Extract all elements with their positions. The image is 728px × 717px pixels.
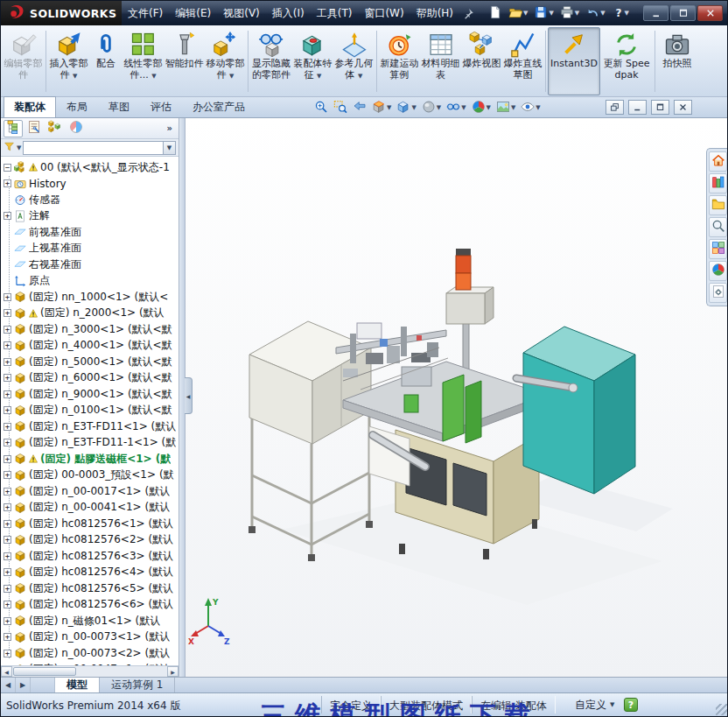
tree-expander[interactable]: + [4, 390, 11, 398]
tree-item[interactable]: +(固定) n_4000<1> (默认<默 [1, 338, 178, 355]
menu-item-2[interactable]: 视图(V) [217, 3, 266, 25]
panel-expand-button[interactable]: » [164, 123, 176, 133]
tree-item[interactable]: +(固定) hc0812576<4> (默认 [1, 565, 178, 581]
tree-expander[interactable]: − [4, 164, 11, 172]
scroll-thumb[interactable] [13, 667, 76, 676]
tree-expander[interactable]: + [4, 423, 11, 431]
help-area[interactable]: ? ▼ [616, 7, 629, 19]
scroll-left-arrow[interactable]: ◀ [1, 666, 12, 677]
tree-expander[interactable]: + [4, 601, 11, 608]
hide-show-items-button[interactable]: ▼ [444, 99, 467, 116]
ribbon-move-component-button[interactable]: 移动零部件 ▼ [205, 27, 246, 95]
taskpane-design-library-button[interactable] [709, 173, 727, 193]
tree-expander[interactable]: + [4, 536, 11, 544]
tree-item[interactable]: +(固定) n_6000<1> (默认<默 [1, 370, 178, 387]
tree-expander[interactable]: + [4, 617, 11, 625]
tree-item[interactable]: +History [1, 176, 178, 193]
tree-expander[interactable]: + [4, 406, 11, 414]
doc-win-close-button[interactable] [674, 100, 692, 115]
tree-item[interactable]: +(固定) 00-0003_預設<1> (默 [1, 467, 178, 484]
taskpane-file-explorer-button[interactable] [709, 195, 727, 215]
tree-expander[interactable]: + [4, 212, 11, 220]
ribbon-linear-pattern-button[interactable]: 线性零部件... ▼ [122, 27, 164, 95]
tree-expander[interactable]: + [4, 341, 11, 349]
tree-root-item[interactable]: −00 (默认<默认_显示状态-1 [1, 159, 178, 176]
panel-tab-property-manager[interactable] [24, 120, 44, 137]
ribbon-instant3d-button[interactable]: Instant3D [548, 27, 600, 95]
ribbon-exploded-view-button[interactable]: 爆炸视图 [461, 27, 502, 95]
tree-item[interactable]: +(固定) n_3000<1> (默认<默 [1, 321, 178, 338]
menu-item-6[interactable]: 帮助(H) [410, 3, 459, 25]
combo-dropdown-arrow[interactable]: ▼ [163, 142, 175, 154]
custom-status-dropdown[interactable]: 自定义 ▼ [570, 696, 620, 713]
tree-item[interactable]: +(固定) n_E3T-FD11-1<1> (默 [1, 435, 178, 452]
tree-expander[interactable]: + [4, 471, 11, 479]
tree-expander[interactable]: + [4, 358, 11, 366]
tree-item[interactable]: +(固定) 點膠送磁框<1> (默 [1, 451, 178, 467]
taskpane-custom-properties-button[interactable] [709, 283, 727, 303]
ribbon-insert-component-button[interactable]: 插入零部件 ▼ [48, 27, 89, 95]
print-document-button[interactable]: ▼ [558, 4, 581, 23]
view-settings-button[interactable]: ▼ [519, 99, 542, 116]
ribbon-smart-fasteners-button[interactable]: 智能扣件 [164, 27, 205, 95]
ribbon-explode-sketch-button[interactable]: 爆炸直线草图 [502, 27, 543, 95]
doc-tab-0[interactable]: 模型 [55, 678, 100, 692]
tree-item[interactable]: +(固定) n_5000<1> (默认<默 [1, 354, 178, 370]
tree-item[interactable]: +(固定) n_E3T-FD11<1> (默认 [1, 418, 178, 435]
filter-funnel-button[interactable]: ▼ [4, 141, 21, 155]
doc-win-maximize-button[interactable] [651, 100, 669, 115]
zoom-fit-button[interactable] [312, 99, 330, 116]
apply-scene-button[interactable]: ▼ [494, 99, 517, 116]
doc-tab-1[interactable]: 运动算例 1 [100, 678, 175, 692]
previous-view-button[interactable] [351, 99, 368, 116]
tab-2[interactable]: 草图 [98, 96, 140, 117]
menu-item-4[interactable]: 工具(T) [311, 3, 359, 25]
tree-expander[interactable]: + [4, 326, 11, 334]
tree-item[interactable]: +(固定) n_0100<1> (默认<默 [1, 403, 178, 419]
graphics-area[interactable]: Y X Z [186, 118, 728, 677]
tab-scroll-right-button[interactable]: ▶ [16, 678, 31, 692]
panel-tab-display-manager[interactable] [66, 120, 86, 137]
panel-tab-feature-manager[interactable] [4, 120, 23, 137]
taskpane-solidworks-resources-home-button[interactable] [709, 151, 727, 172]
doc-win-restore-button[interactable] [606, 100, 624, 115]
tree-item[interactable]: +(固定) nn_1000<1> (默认< [1, 289, 178, 306]
panel-tab-configuration-manager[interactable] [46, 120, 65, 137]
tree-expander[interactable]: + [4, 488, 11, 496]
tab-0[interactable]: 装配体 [4, 96, 56, 117]
ribbon-show-hidden-button[interactable]: 显示隐藏的零部件 [250, 27, 292, 95]
tree-item[interactable]: +(固定) n_00-0073<2> (默认 [1, 645, 178, 662]
new-document-button[interactable] [486, 4, 504, 23]
tree-expander[interactable]: + [4, 374, 11, 382]
menu-item-1[interactable]: 编辑(E) [169, 3, 217, 25]
tree-expander[interactable]: + [4, 650, 11, 657]
ribbon-update-speedpak-button[interactable]: 更新 Speedpak [600, 27, 653, 95]
doc-win-minimize-button[interactable] [628, 100, 647, 115]
ribbon-snapshot-button[interactable]: 拍快照 [657, 27, 697, 95]
taskpane-view-palette-button[interactable] [709, 239, 727, 259]
tree-expander[interactable]: + [4, 552, 11, 560]
tree-item[interactable]: 原点 [1, 273, 178, 290]
edit-appearance-button[interactable]: ▼ [470, 99, 493, 116]
win-minimize-button[interactable] [643, 5, 668, 21]
tab-scroll-left-button[interactable]: ◀ [1, 678, 16, 692]
ribbon-motion-study-button[interactable]: 新建运动算例 [379, 27, 420, 95]
quick-tips-button[interactable]: ? [624, 698, 638, 712]
tree-item[interactable]: +(固定) n_00-0041<1> (默认 [1, 500, 178, 517]
ribbon-reference-geometry-button[interactable]: 参考几何体 ▼ [333, 27, 374, 95]
tab-4[interactable]: 办公室产品 [182, 96, 256, 117]
taskpane-search-button[interactable] [709, 217, 727, 237]
tree-item[interactable]: +(固定) n_00-0073<1> (默认 [1, 629, 178, 646]
tree-item[interactable]: +(固定) n_9000<1> (默认<默 [1, 386, 178, 403]
tree-item[interactable]: 传感器 [1, 192, 178, 208]
tree-expander[interactable]: + [4, 503, 11, 511]
tree-item[interactable]: 前视基准面 [1, 224, 178, 241]
tab-3[interactable]: 评估 [140, 96, 182, 117]
ribbon-bom-button[interactable]: 材料明细表 [420, 27, 461, 95]
tree-expander[interactable]: + [4, 293, 11, 301]
win-close-button[interactable] [697, 5, 723, 21]
display-style-button[interactable]: ▼ [420, 99, 443, 116]
tree-expander[interactable]: + [4, 520, 11, 528]
tree-item[interactable]: +(固定) hc0812576<1> (默认 [1, 516, 178, 532]
tree-item[interactable]: +(固定) hc0812576<3> (默认 [1, 548, 178, 565]
